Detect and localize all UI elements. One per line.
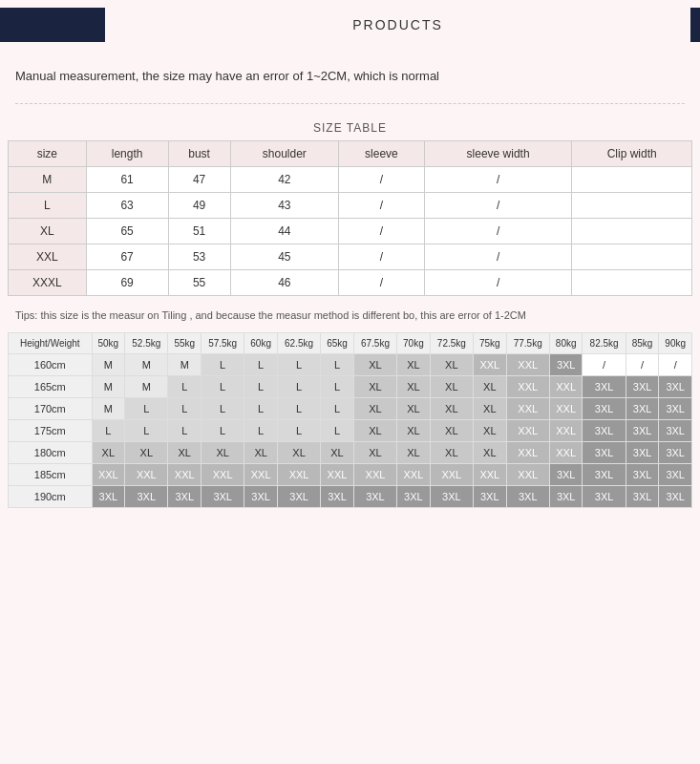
weight-table-cell: L — [244, 353, 278, 375]
weight-table-cell: 3XL — [626, 441, 659, 463]
weight-table-cell: XL — [430, 419, 473, 441]
weight-table-cell: 3XL — [659, 397, 692, 419]
weight-table-row: 180cmXLXLXLXLXLXLXLXLXLXLXLXXLXXL3XL3XL3… — [9, 441, 692, 463]
size-table-cell: / — [338, 244, 424, 269]
weight-table-cell: XL — [397, 419, 431, 441]
weight-table-cell: M — [125, 353, 168, 375]
weight-table-cell: XXL — [321, 463, 354, 485]
size-table-section: SIZE TABLE sizelengthbustshouldersleeves… — [0, 112, 700, 302]
weight-table-cell: XL — [353, 353, 396, 375]
size-table-cell: XL — [9, 218, 87, 244]
weight-table-cell: L — [202, 353, 244, 375]
weight-table-cell: M — [92, 397, 125, 419]
size-table-cell: 65 — [86, 218, 168, 244]
size-table-col-header: bust — [168, 140, 230, 166]
weight-table-cell: L — [125, 397, 168, 419]
size-table-cell: 45 — [230, 244, 338, 269]
weight-table-cell: 3XL — [583, 397, 626, 419]
weight-table-cell: XXL — [549, 397, 583, 419]
weight-table-cell: L — [202, 419, 244, 441]
size-table-cell: 67 — [86, 244, 168, 269]
weight-table-height-cell: 175cm — [9, 419, 93, 441]
weight-table-row: 160cmMMMLLLLXLXLXLXXLXXL3XL/// — [9, 353, 692, 375]
weight-table-cell: XXL — [506, 353, 549, 375]
weight-table-cell: 3XL — [626, 485, 659, 507]
weight-table-cell: L — [277, 419, 320, 441]
weight-table-row: 190cm3XL3XL3XL3XL3XL3XL3XL3XL3XL3XL3XL3X… — [9, 485, 692, 507]
size-table-cell: / — [338, 166, 424, 192]
weight-table-cell: M — [168, 353, 202, 375]
size-table-row: XXL675345// — [9, 244, 692, 269]
weight-table-cell: XXL — [506, 397, 549, 419]
weight-table-cell: XL — [430, 397, 473, 419]
weight-table-cell: XL — [397, 441, 431, 463]
weight-table-cell: 3XL — [583, 375, 626, 397]
weight-table-cell: 3XL — [583, 419, 626, 441]
weight-table-cell: XL — [277, 441, 320, 463]
size-table-cell: 53 — [168, 244, 230, 269]
weight-table-height-cell: 170cm — [9, 397, 93, 419]
page-title: PRODUCTS — [105, 17, 690, 32]
weight-table-cell: XL — [474, 441, 507, 463]
weight-table-row: 170cmMLLLLLLXLXLXLXLXXLXXL3XL3XL3XL — [9, 397, 692, 419]
size-table-cell — [572, 218, 692, 244]
weight-table-cell: L — [125, 419, 168, 441]
weight-table-cell: L — [321, 353, 354, 375]
weight-table-cell: L — [321, 397, 354, 419]
size-table-cell: / — [424, 218, 571, 244]
weight-table-cell: 3XL — [474, 485, 507, 507]
size-table-cell: 51 — [168, 218, 230, 244]
weight-table-cell: XXL — [506, 419, 549, 441]
weight-table-cell: L — [277, 375, 320, 397]
size-table-row: L634943// — [9, 192, 692, 218]
weight-table-col-header: 62.5kg — [277, 332, 320, 353]
weight-table-cell: 3XL — [583, 485, 626, 507]
weight-table-row: 185cmXXLXXLXXLXXLXXLXXLXXLXXLXXLXXLXXLXX… — [9, 463, 692, 485]
size-table-title: SIZE TABLE — [8, 121, 692, 135]
weight-table-cell: XXL — [202, 463, 244, 485]
weight-table-cell: 3XL — [549, 463, 583, 485]
weight-table-cell: 3XL — [659, 375, 692, 397]
size-table-cell: 61 — [86, 166, 168, 192]
size-table-cell: 42 — [230, 166, 338, 192]
weight-table-cell: XL — [353, 375, 396, 397]
weight-table-cell: XL — [321, 441, 354, 463]
weight-table-cell: XL — [168, 441, 202, 463]
header-left-accent — [0, 8, 105, 42]
weight-table-col-header: 90kg — [659, 332, 692, 353]
weight-table-cell: M — [125, 375, 168, 397]
size-table-cell: 63 — [86, 192, 168, 218]
size-table-cell: 69 — [86, 269, 168, 295]
size-table-cell: M — [9, 166, 87, 192]
weight-table-cell: L — [168, 375, 202, 397]
size-table-cell: / — [338, 269, 424, 295]
weight-table-col-header: Height/Weight — [9, 332, 93, 353]
weight-table-cell: XL — [244, 441, 278, 463]
size-table-cell: / — [338, 218, 424, 244]
weight-table-height-cell: 190cm — [9, 485, 93, 507]
weight-table-cell: L — [168, 397, 202, 419]
size-table: sizelengthbustshouldersleevesleeve width… — [8, 140, 692, 296]
weight-table-cell: XXL — [506, 463, 549, 485]
weight-table-cell: 3XL — [397, 485, 431, 507]
page-header: PRODUCTS — [0, 0, 700, 50]
size-table-cell: / — [338, 192, 424, 218]
weight-table-col-header: 52.5kg — [125, 332, 168, 353]
weight-table-cell: XL — [397, 397, 431, 419]
weight-table-row: 165cmMMLLLLLXLXLXLXLXXLXXL3XL3XL3XL — [9, 375, 692, 397]
weight-table-cell: 3XL — [125, 485, 168, 507]
weight-table-cell: L — [92, 419, 125, 441]
weight-table-cell: 3XL — [506, 485, 549, 507]
weight-table-cell: 3XL — [353, 485, 396, 507]
size-table-cell: 49 — [168, 192, 230, 218]
weight-table-col-header: 70kg — [397, 332, 431, 353]
weight-table-cell: / — [626, 353, 659, 375]
weight-table-cell: / — [583, 353, 626, 375]
size-table-cell: / — [424, 244, 571, 269]
weight-table-cell: XXL — [244, 463, 278, 485]
weight-table-cell: 3XL — [430, 485, 473, 507]
size-table-cell: / — [424, 269, 571, 295]
weight-table-cell: 3XL — [583, 463, 626, 485]
weight-table-cell: / — [659, 353, 692, 375]
weight-table-cell: M — [92, 353, 125, 375]
